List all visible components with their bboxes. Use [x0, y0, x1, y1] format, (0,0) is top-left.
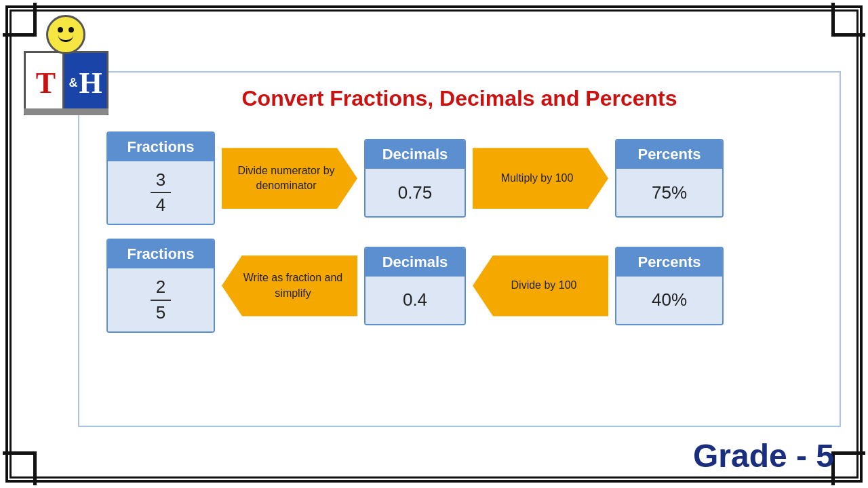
row1-decimals-value: 0.75 [366, 169, 465, 216]
row2-percents-header: Percents [616, 248, 722, 277]
conversion-rows: Fractions 3 4 Divide numerator by denomi… [79, 118, 840, 346]
corner-bl [3, 451, 37, 485]
row2-arrow1-text: Write as fraction and simplify [222, 270, 357, 301]
row1-arrow1-text: Divide numerator by denominator [222, 163, 357, 194]
logo-h-letter: H [79, 66, 102, 100]
row1-arrow2: Multiply by 100 [473, 148, 608, 209]
row1-fraction-box: Fractions 3 4 [106, 131, 215, 225]
row2-arrow2-text: Divide by 100 [491, 278, 591, 293]
row1-decimals-box: Decimals 0.75 [364, 139, 466, 218]
row2-fraction-value: 2 5 [108, 268, 214, 331]
row2-decimals-value: 0.4 [366, 277, 465, 324]
logo-ampersand: & [68, 76, 77, 90]
row1-percents-header: Percents [616, 140, 722, 169]
row2-decimals-header: Decimals [366, 248, 465, 277]
smiley-face [46, 15, 85, 54]
row2-numerator: 2 [151, 277, 171, 300]
row1-percents-box: Percents 75% [615, 139, 724, 218]
grade-label: Grade - 5 [693, 437, 834, 474]
row2-decimals-box: Decimals 0.4 [364, 247, 466, 325]
corner-tr [831, 3, 865, 37]
row1-fraction-header: Fractions [108, 133, 214, 161]
row1-fraction-display: 3 4 [151, 169, 171, 216]
row2-arrow1: Write as fraction and simplify [222, 256, 357, 317]
conversion-row-2: Fractions 2 5 Write as fraction and simp… [106, 239, 812, 332]
main-card: Convert Fractions, Decimals and Percents… [78, 71, 841, 427]
row1-denominator: 4 [151, 193, 171, 216]
row2-fraction-header: Fractions [108, 240, 214, 268]
row2-fraction-box: Fractions 2 5 [106, 239, 215, 332]
row2-percents-box: Percents 40% [615, 247, 724, 325]
corner-br [831, 451, 865, 485]
row1-fraction-value: 3 4 [108, 161, 214, 224]
row2-percents-value: 40% [616, 277, 722, 324]
logo-t-letter: T [36, 66, 56, 100]
page-title: Convert Fractions, Decimals and Percents [79, 73, 840, 118]
logo: T & H [20, 14, 129, 122]
row1-decimals-header: Decimals [366, 140, 465, 169]
row2-denominator: 5 [151, 301, 171, 323]
row1-arrow1: Divide numerator by denominator [222, 148, 357, 209]
row1-arrow2-text: Multiply by 100 [488, 171, 594, 186]
row2-fraction-display: 2 5 [151, 277, 171, 323]
row1-numerator: 3 [151, 169, 171, 193]
row1-percents-value: 75% [616, 169, 722, 216]
row2-arrow2: Divide by 100 [473, 256, 608, 317]
conversion-row-1: Fractions 3 4 Divide numerator by denomi… [106, 131, 812, 225]
